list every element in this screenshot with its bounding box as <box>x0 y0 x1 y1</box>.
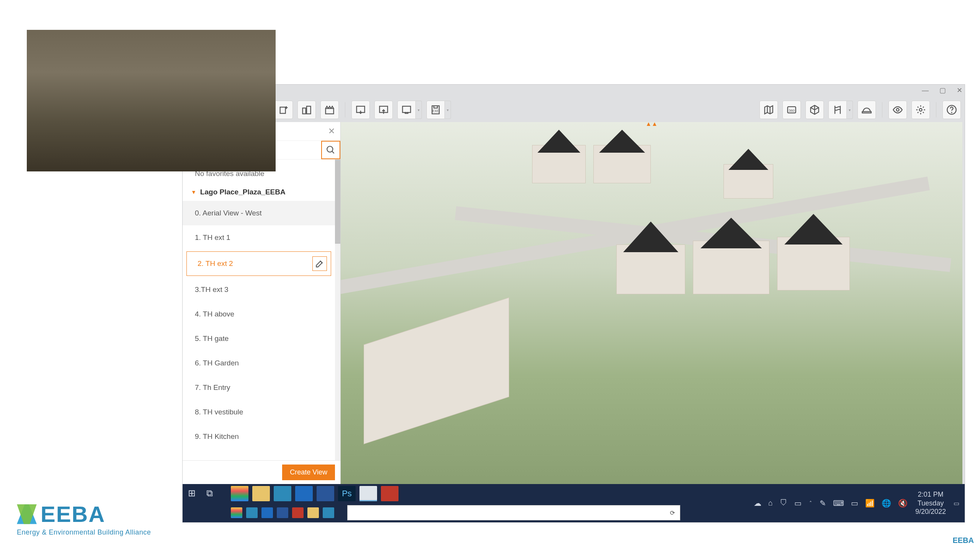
screen-icon[interactable]: ▭ <box>794 499 802 508</box>
settings-icon[interactable] <box>911 101 930 119</box>
ms-store-icon[interactable] <box>274 486 291 501</box>
views-scrollbar-thumb[interactable] <box>335 160 340 244</box>
mail-mini-icon[interactable] <box>261 507 273 518</box>
360-icon[interactable]: 360 <box>782 101 801 119</box>
clock-day: Tuesday <box>915 499 946 508</box>
toolbar-separator <box>882 102 882 117</box>
svg-rect-3 <box>326 109 334 114</box>
eeba-mini-logo: EEBA <box>952 536 974 545</box>
view-item[interactable]: 4. TH above <box>183 302 335 326</box>
address-bar[interactable]: ⟳ <box>347 505 680 520</box>
chevron-down-icon[interactable]: ▾ <box>847 101 853 119</box>
eeba-mark-icon <box>17 504 37 524</box>
close-icon[interactable]: ✕ <box>328 126 335 136</box>
view-item[interactable]: 5. TH gate <box>183 326 335 351</box>
powerpoint-icon[interactable] <box>381 486 399 501</box>
create-view-button[interactable]: Create View <box>282 465 335 480</box>
pen-icon[interactable]: ✎ <box>820 499 826 508</box>
action-center-icon[interactable]: ▭ <box>954 500 959 507</box>
export-view-icon[interactable] <box>374 101 393 119</box>
view-item-label: 8. TH vestibule <box>195 408 243 416</box>
view-item[interactable]: 1. TH ext 1 <box>183 225 335 250</box>
tray-chevron-icon[interactable]: ˄ <box>809 500 812 506</box>
keyboard-icon[interactable]: ⌨ <box>833 499 844 508</box>
model-tree-node[interactable]: ▼ Lago Place_Plaza_EEBA <box>183 183 335 201</box>
svg-rect-0 <box>280 107 286 113</box>
hardhat-icon[interactable] <box>858 101 876 119</box>
taskbar-clock[interactable]: 2:01 PM Tuesday 9/20/2022 <box>915 490 946 516</box>
refresh-icon[interactable]: ⟳ <box>665 509 680 517</box>
view-item[interactable]: 0. Aerial View - West <box>183 201 335 225</box>
help-icon[interactable] <box>942 101 961 119</box>
view-item[interactable]: 2. TH ext 2 <box>186 251 331 276</box>
view-item-label: 9. TH Kitchen <box>195 432 239 441</box>
add-model-icon[interactable] <box>274 101 293 119</box>
import-view-icon[interactable] <box>351 101 370 119</box>
wifi-icon[interactable]: 📶 <box>865 499 875 508</box>
view-item[interactable]: 3.TH ext 3 <box>183 277 335 302</box>
toolbar-left: ▾EXE▾ <box>274 100 451 120</box>
view-item-label: 0. Aerial View - West <box>195 209 262 217</box>
view-item[interactable]: 7. Th Entry <box>183 375 335 400</box>
save-view-icon[interactable]: EXE <box>426 101 445 119</box>
svg-point-16 <box>327 146 333 152</box>
clapper-icon[interactable] <box>320 101 339 119</box>
photoshop-icon[interactable]: Ps <box>338 486 356 501</box>
clock-date: 9/20/2022 <box>915 507 946 516</box>
svg-point-15 <box>951 112 952 112</box>
globe-icon[interactable]: 🌐 <box>882 499 891 508</box>
cloud-icon[interactable]: ☁ <box>754 499 761 508</box>
task-view-button[interactable]: ⧉ <box>206 488 213 499</box>
toolbar-separator <box>936 102 936 117</box>
security-icon[interactable]: ⛉ <box>780 499 787 508</box>
presenter-webcam <box>27 30 276 171</box>
cube-icon[interactable] <box>805 101 824 119</box>
transfer-icon[interactable] <box>397 101 416 119</box>
start-button[interactable]: ⊞ <box>188 488 196 499</box>
buildings-icon[interactable] <box>297 101 316 119</box>
views-scrollbar-track[interactable] <box>335 160 340 460</box>
chrome-mini-icon[interactable] <box>231 507 242 518</box>
excel-mini-icon[interactable] <box>277 507 288 518</box>
view-item-label: 3.TH ext 3 <box>195 285 229 294</box>
view-item[interactable]: 8. TH vestibule <box>183 400 335 424</box>
file-explorer-icon[interactable] <box>252 486 270 501</box>
notification-icon[interactable]: ▭ <box>851 499 858 508</box>
edge-mini-icon[interactable] <box>246 507 258 518</box>
maps-pin-icon[interactable] <box>828 101 847 119</box>
toolbar-separator <box>345 102 345 117</box>
task-mini-icon[interactable] <box>323 507 334 518</box>
outlook-icon[interactable] <box>295 486 313 501</box>
chevron-down-icon[interactable]: ▾ <box>445 101 451 119</box>
windows-taskbar: ⊞ ⧉ Ps ⟳ ☁⌂⛉▭ ˄ ✎⌨▭📶🌐🔇 2:01 PM Tuesday 9… <box>183 484 965 522</box>
search-icon[interactable] <box>321 141 340 159</box>
viewport-handle-icon[interactable]: ▲▲ <box>645 122 658 127</box>
window-maximize-button[interactable]: ▢ <box>939 86 946 95</box>
view-item-label: 2. TH ext 2 <box>198 259 233 268</box>
volume-mute-icon[interactable]: 🔇 <box>898 499 908 508</box>
svg-line-17 <box>332 151 334 153</box>
window-close-button[interactable]: ✕ <box>957 86 962 95</box>
map-icon[interactable] <box>760 101 778 119</box>
eeba-tagline: Energy & Environmental Building Alliance <box>17 528 151 536</box>
window-minimize-button[interactable]: — <box>922 86 929 95</box>
svg-text:360: 360 <box>789 109 795 112</box>
view-item[interactable]: 9. TH Kitchen <box>183 424 335 449</box>
model-name-label: Lago Place_Plaza_EEBA <box>200 188 286 196</box>
word-icon[interactable] <box>317 486 334 501</box>
explorer-mini-icon[interactable] <box>307 507 319 518</box>
sketchup-icon[interactable] <box>359 486 377 501</box>
toolbar-right: 360▾ <box>760 100 961 120</box>
view-item[interactable]: 6. TH Garden <box>183 351 335 375</box>
teams-icon[interactable]: ⌂ <box>768 499 773 508</box>
render-viewport[interactable]: ▲▲ <box>341 122 962 484</box>
close-mini-icon[interactable] <box>292 507 304 518</box>
building-foreground <box>364 297 509 444</box>
chrome-icon[interactable] <box>231 486 248 501</box>
view-item-label: 6. TH Garden <box>195 359 239 367</box>
chevron-down-icon[interactable]: ▾ <box>416 101 422 119</box>
edit-view-icon[interactable] <box>312 256 327 271</box>
chevron-down-icon: ▼ <box>191 189 196 195</box>
visibility-icon[interactable] <box>889 101 907 119</box>
svg-point-12 <box>897 109 899 111</box>
